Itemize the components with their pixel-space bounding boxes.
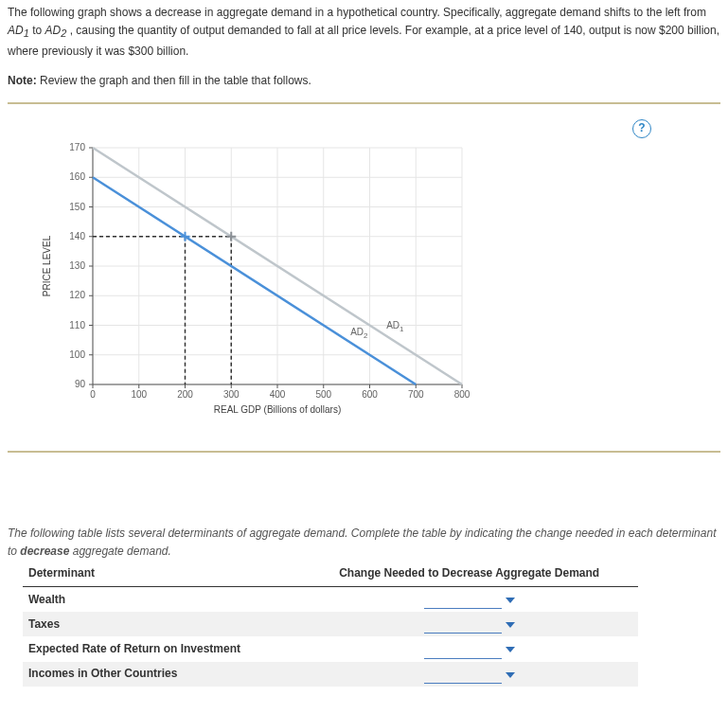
change-dropdown[interactable]	[424, 590, 502, 609]
change-dropdown[interactable]	[424, 615, 502, 634]
section-separator-bottom	[8, 451, 720, 453]
ad1-sym: AD	[8, 24, 24, 37]
svg-text:800: 800	[454, 389, 471, 400]
table-row: Incomes in Other Countries	[23, 662, 638, 687]
svg-text:PRICE LEVEL: PRICE LEVEL	[42, 235, 52, 296]
note-text: Review the graph and then fill in the ta…	[37, 74, 311, 87]
intro-paragraph: The following graph shows a decrease in …	[8, 4, 720, 61]
svg-text:REAL GDP (Billions of dollars): REAL GDP (Billions of dollars)	[214, 404, 342, 415]
svg-text:170: 170	[69, 142, 85, 152]
ad1-sub: 1	[24, 28, 29, 40]
svg-text:120: 120	[69, 290, 85, 300]
change-dropdown[interactable]	[424, 639, 502, 658]
chevron-down-icon[interactable]	[506, 598, 515, 603]
svg-text:AD2: AD2	[350, 326, 368, 339]
svg-text:400: 400	[270, 389, 286, 400]
graph-container: ? 01002003004005006007008009010011012013…	[8, 119, 670, 432]
svg-text:600: 600	[362, 389, 378, 400]
col-header-change: Change Needed to Decrease Aggregate Dema…	[300, 561, 638, 587]
note-label: Note:	[8, 74, 37, 87]
ad2-sub: 2	[61, 28, 66, 40]
svg-text:150: 150	[69, 201, 85, 211]
svg-text:100: 100	[69, 348, 85, 359]
svg-text:110: 110	[69, 319, 85, 330]
table-row: Wealth	[23, 587, 638, 613]
ad2-sym: AD	[44, 24, 61, 37]
change-cell	[300, 612, 638, 636]
svg-text:130: 130	[69, 260, 85, 271]
change-cell	[300, 636, 638, 661]
svg-text:700: 700	[408, 389, 424, 400]
question-bold: decrease	[20, 544, 69, 558]
help-icon[interactable]: ?	[632, 119, 651, 138]
svg-text:AD1: AD1	[386, 320, 404, 333]
chevron-down-icon[interactable]	[506, 647, 515, 652]
chevron-down-icon[interactable]	[506, 672, 515, 678]
svg-text:0: 0	[90, 389, 96, 400]
svg-text:90: 90	[75, 379, 86, 389]
determinant-label: Incomes in Other Countries	[23, 662, 300, 687]
determinant-label: Expected Rate of Return on Investment	[23, 636, 300, 661]
change-dropdown[interactable]	[424, 665, 502, 684]
svg-text:100: 100	[131, 389, 147, 400]
svg-text:140: 140	[69, 230, 85, 241]
question-text: The following table lists several determ…	[8, 525, 720, 561]
note-line: Note: Review the graph and then fill in …	[8, 72, 720, 90]
determinant-label: Taxes	[23, 612, 300, 636]
svg-text:200: 200	[177, 389, 193, 400]
determinant-label: Wealth	[23, 587, 300, 613]
svg-text:500: 500	[315, 389, 331, 400]
table-row: Taxes	[23, 612, 638, 636]
intro-text-3: , causing the quantity of output demande…	[8, 24, 719, 58]
col-header-determinant: Determinant	[23, 561, 300, 587]
svg-text:160: 160	[69, 171, 85, 182]
section-separator-top	[8, 102, 720, 104]
intro-text: The following graph shows a decrease in …	[8, 6, 706, 19]
question-part2: aggregate demand.	[73, 544, 171, 558]
determinant-table: Determinant Change Needed to Decrease Ag…	[23, 561, 638, 687]
change-cell	[300, 587, 638, 613]
chevron-down-icon[interactable]	[506, 622, 515, 628]
svg-text:300: 300	[223, 389, 240, 400]
table-row: Expected Rate of Return on Investment	[23, 636, 638, 661]
intro-text-2: to	[32, 24, 44, 37]
ad-chart: 0100200300400500600700800901001101201301…	[8, 119, 500, 432]
change-cell	[300, 662, 638, 687]
